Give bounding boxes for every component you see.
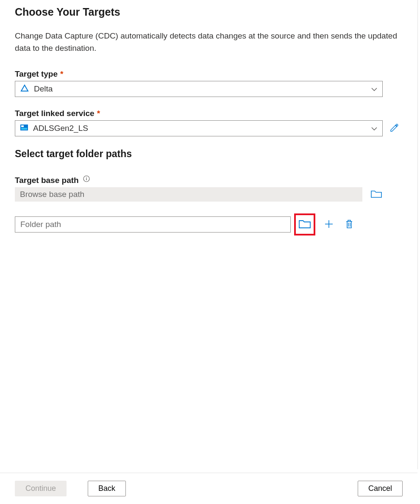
svg-point-5 (86, 177, 87, 178)
main-content: Choose Your Targets Change Data Capture … (0, 0, 418, 469)
chevron-down-icon (371, 85, 377, 93)
base-path-input[interactable] (15, 187, 362, 202)
target-type-dropdown[interactable]: Delta (15, 81, 383, 97)
browse-base-path-button[interactable] (370, 189, 383, 200)
continue-button: Continue (15, 481, 67, 496)
footer: Continue Back Cancel (0, 473, 417, 504)
linked-service-dropdown[interactable]: ADLSGen2_LS (15, 120, 383, 136)
plus-icon (324, 219, 334, 230)
svg-rect-2 (21, 128, 27, 129)
target-type-label: Target type * (15, 69, 403, 79)
linked-service-label: Target linked service * (15, 109, 403, 118)
back-button[interactable]: Back (88, 481, 126, 496)
svg-rect-6 (86, 178, 86, 180)
info-icon[interactable] (83, 175, 90, 182)
pencil-icon (389, 127, 399, 134)
folder-path-input[interactable] (15, 216, 291, 233)
page-description: Change Data Capture (CDC) automatically … (15, 30, 403, 54)
svg-rect-1 (21, 125, 24, 127)
cancel-button[interactable]: Cancel (358, 481, 403, 496)
chevron-down-icon (371, 125, 377, 132)
target-type-value: Delta (34, 84, 53, 94)
trash-icon (345, 219, 353, 230)
delete-folder-path-button[interactable] (342, 218, 356, 231)
folder-paths-section-title: Select target folder paths (15, 148, 403, 160)
folder-icon (299, 219, 311, 230)
required-indicator: * (97, 109, 100, 118)
storage-icon (20, 125, 28, 132)
svg-rect-3 (21, 129, 27, 130)
base-path-label: Target base path (15, 176, 403, 185)
add-folder-path-button[interactable] (322, 218, 336, 231)
edit-linked-service-button[interactable] (389, 122, 400, 135)
highlighted-browse-container (294, 213, 315, 235)
required-indicator: * (60, 69, 63, 79)
browse-folder-path-button[interactable] (299, 219, 311, 230)
page-title: Choose Your Targets (15, 6, 403, 18)
delta-icon (20, 84, 29, 94)
folder-icon (371, 190, 382, 199)
linked-service-value: ADLSGen2_LS (33, 124, 88, 133)
